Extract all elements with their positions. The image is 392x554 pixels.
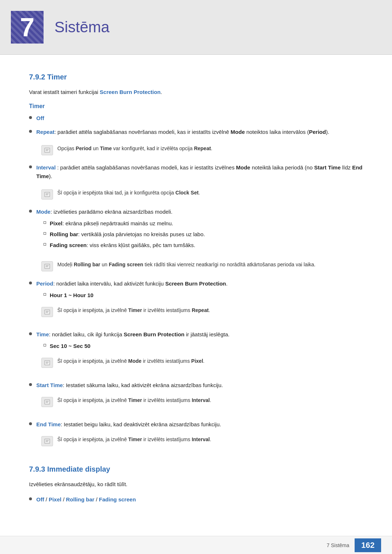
footer-page-number: 162 (355, 538, 381, 552)
timer-label: Timer (29, 103, 363, 110)
mode-sub-list: Pixel: ekrāna pikseļi nepārtraukti mainā… (44, 219, 205, 250)
sub-bullet-fading (44, 243, 46, 246)
period-text: Period: norādiet laika intervālu, kad ak… (36, 280, 228, 287)
chapter-title: Sistēma (54, 19, 110, 36)
end-time-content: End Time: Iestatiet beigu laiku, kad dea… (36, 420, 221, 454)
bullet-dot-interval (29, 165, 32, 168)
bullet-dot-time (29, 332, 32, 335)
list-item-hour-range: Hour 1 ~ Hour 10 (44, 291, 228, 300)
period-bullet-list: Period: norādiet laika intervālu, kad ak… (29, 279, 363, 325)
list-item-start-time: Start Time: Iestatiet sākuma laiku, kad … (29, 381, 363, 415)
end-time-note-box: Šī opcija ir iespējota, ja izvēlnē Timer… (36, 432, 221, 449)
immediate-display-bullet-list: Off / Pixel / Rolling bar / Fading scree… (29, 495, 363, 504)
note-icon-time (41, 358, 53, 368)
interval-text: Interval : parādiet attēla saglabāšanas … (36, 163, 363, 181)
time-text: Time: norādiet laiku, cik ilgi funkcija … (36, 331, 229, 337)
time-sub-list: Sec 10 ~ Sec 50 (44, 342, 229, 350)
chapter-header: 7 Sistēma (0, 0, 392, 55)
note-icon-start-time (41, 397, 53, 407)
page-footer: 7 Sistēma 162 (0, 536, 392, 554)
mode-bullet-list: Mode: izvēlieties parādāmo ekrāna aizsar… (29, 208, 363, 253)
end-time-bullet-list: End Time: Iestatiet beigu laiku, kad dea… (29, 420, 363, 454)
list-item-end-time: End Time: Iestatiet beigu laiku, kad dea… (29, 420, 363, 454)
interval-note-text: Šī opcija ir iespējota tikai tad, ja ir … (57, 189, 200, 197)
period-sub-list: Hour 1 ~ Hour 10 (44, 291, 228, 300)
interval-bullet-list: Interval : parādiet attēla saglabāšanas … (29, 163, 363, 181)
sub-bullet-rolling (44, 232, 46, 235)
note-icon-mode (41, 261, 53, 271)
start-time-content: Start Time: Iestatiet sākuma laiku, kad … (36, 381, 223, 415)
mode-content: Mode: izvēlieties parādāmo ekrāna aizsar… (36, 208, 205, 253)
time-bullet-list: Time: norādiet laiku, cik ilgi funkcija … (29, 330, 363, 376)
note-icon-interval (41, 189, 53, 200)
list-item-mode: Mode: izvēlieties parādāmo ekrāna aizsar… (29, 208, 363, 253)
immediate-options-text: Off / Pixel / Rolling bar / Fading scree… (36, 495, 136, 504)
period-note-text: Šī opcija ir iespējota, ja izvēlnē Timer… (57, 306, 210, 314)
bullet-dot-mode (29, 210, 32, 213)
chapter-number-block: 7 (11, 11, 44, 44)
note-icon-end-time (41, 436, 53, 446)
period-content: Period: norādiet laika intervālu, kad ak… (36, 279, 228, 325)
section-792-intro: Varat iestatīt taimeri funkcijai Screen … (29, 88, 363, 97)
mode-note-text: Modeļi Rolling bar un Fading screen tiek… (57, 260, 315, 268)
time-content: Time: norādiet laiku, cik ilgi funkcija … (36, 330, 229, 376)
content: 7.9.2 Timer Varat iestatīt taimeri funkc… (0, 73, 392, 538)
bullet-dot-off (29, 116, 32, 119)
list-item-sec-range: Sec 10 ~ Sec 50 (44, 342, 229, 350)
mode-text: Mode: izvēlieties parādāmo ekrāna aizsar… (36, 209, 172, 215)
list-item-immediate-options: Off / Pixel / Rolling bar / Fading scree… (29, 495, 363, 504)
rolling-bar-text: Rolling bar: vertikālā josla pārvietojas… (50, 230, 205, 239)
end-time-text: End Time: Iestatiet beigu laiku, kad dea… (36, 421, 221, 427)
page: 7 Sistēma 7.9.2 Timer Varat iestatīt tai… (0, 0, 392, 554)
list-item-off: Off (29, 114, 363, 123)
bullet-dot-period (29, 282, 32, 284)
sub-bullet-pixel (44, 221, 46, 224)
interval-note-box: Šī opcija ir iespējota tikai tad, ja ir … (36, 186, 363, 202)
timer-bullet-list: Off Repeat: parādiet attēla saglabāšanas… (29, 114, 363, 136)
repeat-note-text: Opcijas Period un Time var konfigurēt, k… (57, 144, 212, 152)
time-note-box: Šī opcija ir iespējota, ja izvēlnē Mode … (36, 354, 229, 371)
pixel-text: Pixel: ekrāna pikseļi nepārtraukti mainā… (50, 219, 173, 228)
bullet-dot-start-time (29, 383, 32, 386)
period-note-box: Šī opcija ir iespējota, ja izvēlnē Timer… (36, 303, 228, 320)
start-time-note-box: Šī opcija ir iespējota, ja izvēlnē Timer… (36, 393, 223, 410)
start-time-text: Start Time: Iestatiet sākuma laiku, kad … (36, 382, 223, 388)
end-time-note-text: Šī opcija ir iespējota, ja izvēlnē Timer… (57, 435, 211, 443)
list-item-pixel: Pixel: ekrāna pikseļi nepārtraukti mainā… (44, 219, 205, 228)
mode-note-box: Modeļi Rolling bar un Fading screen tiek… (36, 258, 363, 274)
sec-range-text: Sec 10 ~ Sec 50 (50, 342, 90, 350)
sub-bullet-hour (44, 293, 46, 296)
list-item-period: Period: norādiet laika intervālu, kad ak… (29, 279, 363, 325)
section-792-heading: 7.9.2 Timer (29, 73, 363, 81)
footer-text: 7 Sistēma (327, 542, 349, 548)
start-time-bullet-list: Start Time: Iestatiet sākuma laiku, kad … (29, 381, 363, 415)
bullet-dot-end-time (29, 422, 32, 425)
section-793-intro: Izvēlieties ekrānsaudzētāju, ko rādīt tū… (29, 480, 363, 489)
sub-bullet-sec (44, 344, 46, 346)
list-item-rolling-bar: Rolling bar: vertikālā josla pārvietojas… (44, 230, 205, 239)
chapter-number: 7 (20, 14, 34, 40)
note-icon-repeat (41, 145, 53, 155)
note-icon-period (41, 307, 53, 317)
bullet-dot-immediate (29, 497, 32, 500)
list-item-fading-screen: Fading screen: viss ekrāns kļūst gaišāks… (44, 241, 205, 250)
fading-screen-text: Fading screen: viss ekrāns kļūst gaišāks… (50, 241, 195, 250)
hour-range-text: Hour 1 ~ Hour 10 (50, 291, 93, 300)
start-time-note-text: Šī opcija ir iespējota, ja izvēlnē Timer… (57, 396, 211, 404)
list-item-repeat: Repeat: parādiet attēla saglabāšanas nov… (29, 128, 363, 136)
list-item-time: Time: norādiet laiku, cik ilgi funkcija … (29, 330, 363, 376)
section-793-heading: 7.9.3 Immediate display (29, 465, 363, 473)
time-note-text: Šī opcija ir iespējota, ja izvēlnē Mode … (57, 357, 204, 365)
repeat-note-box: Opcijas Period un Time var konfigurēt, k… (36, 141, 363, 158)
bullet-dot-repeat (29, 130, 32, 133)
list-item-interval: Interval : parādiet attēla saglabāšanas … (29, 163, 363, 181)
repeat-text: Repeat: parādiet attēla saglabāšanas nov… (36, 128, 329, 136)
off-label: Off (36, 114, 44, 123)
